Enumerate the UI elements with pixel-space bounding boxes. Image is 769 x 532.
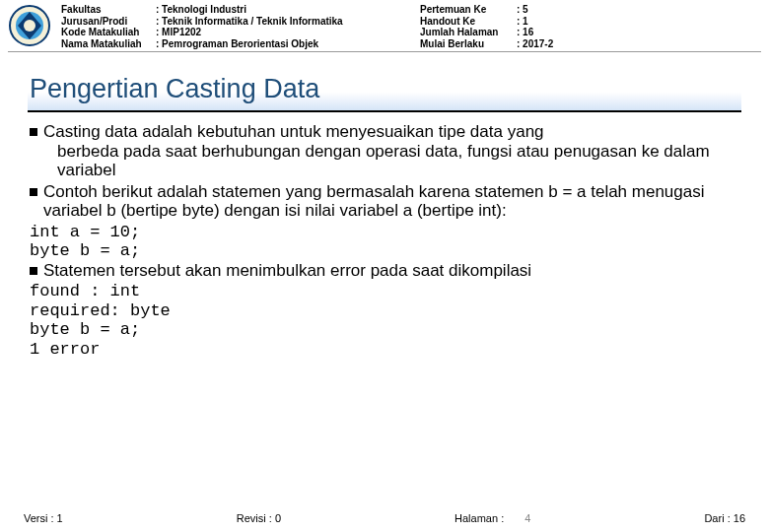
footer-revisi: Revisi : 0 — [237, 512, 281, 524]
value-handout: : 1 — [517, 16, 761, 28]
bullet-1: Casting data adalah kebutuhan untuk meny… — [30, 122, 739, 180]
code-block-2: found : int required: byte byte b = a; 1… — [30, 282, 739, 359]
label-pertemuan: Pertemuan Ke — [420, 4, 509, 16]
header-labels-left: Fakultas Jurusan/Prodi Kode Matakuliah N… — [61, 4, 148, 49]
content-body: Casting data adalah kebutuhan untuk meny… — [30, 122, 739, 360]
page-title: Pengertian Casting Data — [28, 70, 741, 112]
footer-block: Versi : 1 Revisi : 0 Halaman : 4 Dari : … — [0, 512, 769, 524]
footer-dari: Dari : 16 — [704, 512, 745, 524]
code-block-1: int a = 10; byte b = a; — [30, 223, 739, 261]
label-fakultas: Fakultas — [61, 4, 148, 16]
label-kode: Kode Matakuliah — [61, 27, 148, 38]
label-jurusan: Jurusan/Prodi — [61, 16, 148, 28]
value-kode: : MIP1202 — [156, 27, 412, 38]
label-handout: Handout Ke — [420, 16, 509, 28]
value-mulai: : 2017-2 — [517, 38, 761, 50]
footer-page-number: 4 — [524, 512, 530, 524]
header-values-left: : Teknologi Industri : Teknik Informatik… — [156, 4, 412, 49]
label-mulai: Mulai Berlaku — [420, 38, 509, 50]
value-jumlah: : 16 — [517, 27, 761, 38]
footer-versi: Versi : 1 — [24, 512, 63, 524]
value-fakultas: : Teknologi Industri — [156, 4, 412, 16]
header-labels-right: Pertemuan Ke Handout Ke Jumlah Halaman M… — [420, 4, 509, 49]
bullet-2: Contoh berikut adalah statemen yang berm… — [30, 182, 739, 221]
bullet-square-icon — [30, 267, 37, 275]
footer-halaman: Halaman : 4 — [454, 512, 530, 524]
value-jurusan: : Teknik Informatika / Teknik Informatik… — [156, 16, 412, 28]
header-divider — [8, 51, 761, 52]
bullet-square-icon — [30, 188, 37, 196]
value-pertemuan: : 5 — [517, 4, 761, 16]
institution-logo-icon — [8, 4, 51, 47]
header-values-right: : 5 : 1 : 16 : 2017-2 — [517, 4, 761, 49]
bullet-3: Statemen tersebut akan menimbulkan error… — [30, 261, 739, 281]
bullet-1-text: Casting data adalah kebutuhan untuk meny… — [43, 122, 739, 180]
value-nama: : Pemrograman Berorientasi Objek — [156, 38, 412, 50]
header-block: Fakultas Jurusan/Prodi Kode Matakuliah N… — [0, 0, 769, 51]
svg-point-2 — [24, 20, 35, 32]
label-nama: Nama Matakuliah — [61, 38, 148, 50]
bullet-2-text: Contoh berikut adalah statemen yang berm… — [43, 182, 739, 221]
bullet-3-text: Statemen tersebut akan menimbulkan error… — [43, 261, 739, 281]
label-jumlah: Jumlah Halaman — [420, 27, 509, 38]
bullet-square-icon — [30, 128, 37, 136]
